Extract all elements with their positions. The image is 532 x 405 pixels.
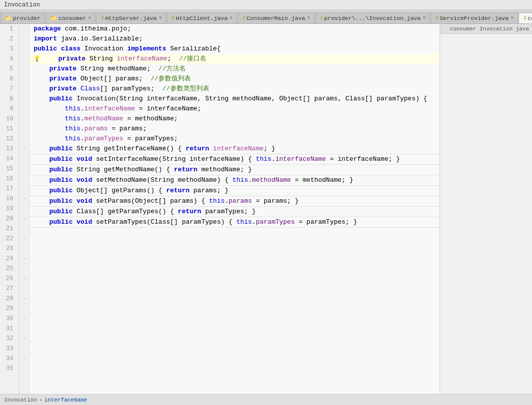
tab-close-httpclient[interactable]: × bbox=[230, 15, 233, 21]
code-token: void bbox=[76, 196, 92, 206]
code-token: this bbox=[232, 175, 248, 185]
code-token: (String methodName) { bbox=[147, 175, 233, 185]
tab-close-providerinvocation[interactable]: × bbox=[423, 15, 426, 21]
code-line: 💡 private String interfaceName; //接口名 bbox=[29, 54, 440, 64]
code-token: ; } bbox=[244, 207, 256, 217]
code-token: this bbox=[209, 196, 225, 206]
fold-indicator[interactable]: − bbox=[19, 294, 29, 304]
code-token: ; bbox=[147, 64, 151, 74]
fold-indicator[interactable]: − bbox=[19, 314, 29, 324]
code-token: public bbox=[49, 196, 73, 206]
code-token: Class bbox=[80, 84, 100, 94]
fold-indicator[interactable]: − bbox=[19, 274, 29, 284]
line-number: 21 bbox=[4, 224, 15, 234]
code-token bbox=[33, 154, 49, 164]
code-token bbox=[33, 207, 49, 217]
tab-providerinvocation[interactable]: Jprovider\...\Invocation.java× bbox=[315, 12, 430, 23]
code-token bbox=[33, 74, 49, 84]
fold-indicator[interactable]: − bbox=[19, 354, 29, 364]
tab-icon-provider: 📁 bbox=[4, 15, 11, 21]
tab-close-consumer[interactable]: × bbox=[88, 15, 91, 21]
lightbulb-icon[interactable]: 💡 bbox=[33, 54, 40, 64]
line-number: 10 bbox=[4, 114, 15, 124]
tab-provider[interactable]: 📁provider bbox=[0, 12, 45, 23]
line-number: 7 bbox=[4, 84, 15, 94]
code-token bbox=[72, 196, 76, 206]
fold-indicator bbox=[19, 114, 29, 124]
fold-indicator bbox=[19, 154, 29, 164]
code-token bbox=[72, 154, 76, 164]
code-token: this bbox=[65, 124, 80, 134]
code-line: package com.itheima.pojo; bbox=[29, 24, 440, 34]
tab-label-providerinvocation: provider\...\Invocation.java bbox=[324, 15, 421, 21]
code-token bbox=[209, 144, 213, 154]
fold-indicator[interactable]: − bbox=[19, 214, 29, 224]
code-token: public bbox=[49, 154, 73, 164]
code-token bbox=[72, 175, 76, 185]
code-token: paramTypes bbox=[111, 84, 150, 94]
tab-close-httpserver[interactable]: × bbox=[159, 15, 162, 21]
code-token bbox=[33, 134, 64, 144]
status-bar: Invocation › interfaceName bbox=[0, 394, 532, 405]
tab-label-provider: provider bbox=[13, 15, 40, 21]
code-token bbox=[33, 186, 49, 196]
code-token bbox=[33, 175, 49, 185]
code-token: = params; } bbox=[252, 196, 299, 206]
line-number: 31 bbox=[4, 324, 15, 334]
tab-icon-httpserver: J bbox=[100, 15, 103, 21]
line-number: 18 bbox=[4, 194, 15, 204]
fold-indicator[interactable]: − bbox=[19, 194, 29, 204]
code-token bbox=[57, 44, 61, 54]
code-token: private bbox=[58, 54, 86, 64]
right-panel-label: consumer Invocation java bbox=[450, 26, 529, 32]
code-token: paramTypes bbox=[84, 134, 123, 144]
code-token: ; } bbox=[240, 165, 252, 175]
tab-consumer[interactable]: 📁consumer× bbox=[45, 12, 95, 23]
fold-indicator[interactable]: − bbox=[19, 234, 29, 244]
fold-indicator[interactable]: − bbox=[19, 254, 29, 264]
line-number: 12 bbox=[4, 134, 15, 144]
tab-label-consumer: consumer bbox=[58, 15, 86, 21]
code-token bbox=[42, 54, 58, 64]
code-token: ; bbox=[150, 84, 154, 94]
right-panel: consumer Invocation java bbox=[440, 24, 532, 394]
code-token bbox=[33, 64, 49, 74]
code-token bbox=[201, 207, 205, 217]
code-token: ; } bbox=[264, 144, 275, 154]
line-number: 24 bbox=[4, 254, 15, 264]
fold-indicator[interactable]: − bbox=[19, 144, 29, 154]
fold-indicator bbox=[19, 304, 29, 314]
tab-httpserver[interactable]: JHttpServer.java× bbox=[96, 12, 166, 23]
fold-indicator bbox=[19, 324, 29, 334]
code-token bbox=[171, 54, 179, 64]
fold-indicator[interactable]: − bbox=[19, 334, 29, 344]
code-token: private bbox=[49, 74, 77, 84]
code-token: String bbox=[72, 144, 103, 154]
fold-indicator bbox=[19, 84, 29, 94]
tab-consumermain[interactable]: JConsumerMain.java× bbox=[238, 12, 315, 23]
breadcrumb: Invocation › interfaceName bbox=[4, 397, 87, 403]
code-token: = params; bbox=[108, 124, 147, 134]
tab-close-consumermain[interactable]: × bbox=[307, 15, 310, 21]
tab-serviceprovider[interactable]: JServiceProvider.java× bbox=[431, 12, 518, 23]
line-number: 3 bbox=[4, 44, 15, 54]
tab-consumerinvocation[interactable]: Jconsumer\...\Invocation.java× bbox=[519, 12, 532, 23]
code-token: params bbox=[115, 74, 139, 84]
breadcrumb-item[interactable]: interfaceName bbox=[44, 397, 87, 403]
line-number: 25 bbox=[4, 264, 15, 274]
tab-httpclient[interactable]: JHttpClient.java× bbox=[167, 12, 237, 23]
code-line: import java.io.Serializable; bbox=[29, 34, 440, 44]
code-token bbox=[76, 84, 80, 94]
line-number: 29 bbox=[4, 304, 15, 314]
code-token: interfaceName bbox=[84, 104, 135, 114]
code-area: package com.itheima.pojo; import java.io… bbox=[29, 24, 440, 394]
code-token: public bbox=[49, 207, 73, 217]
line-numbers: 1234567891011121314151617181920212223242… bbox=[0, 24, 19, 394]
code-token bbox=[143, 74, 151, 84]
code-token: this bbox=[65, 104, 80, 114]
code-token: String bbox=[72, 165, 103, 175]
code-editor[interactable]: 1234567891011121314151617181920212223242… bbox=[0, 24, 440, 394]
fold-indicator bbox=[19, 94, 29, 104]
line-number: 20 bbox=[4, 214, 15, 224]
tab-close-serviceprovider[interactable]: × bbox=[511, 15, 514, 21]
